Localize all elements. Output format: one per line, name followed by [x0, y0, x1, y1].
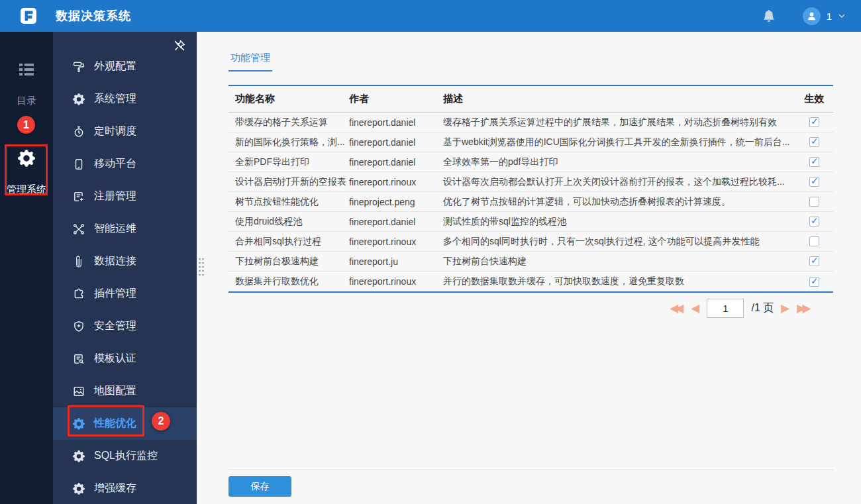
register-icon: [73, 191, 85, 203]
paint-roller-icon: [73, 61, 85, 73]
sidebar-item[interactable]: 移动平台: [53, 148, 197, 180]
person-icon: [806, 11, 817, 22]
enabled-checkbox[interactable]: [809, 117, 819, 127]
mobile-icon: [73, 158, 85, 170]
sidebar-item[interactable]: 地图配置: [53, 375, 197, 407]
enabled-checkbox[interactable]: [809, 137, 819, 147]
username-label: 1: [827, 11, 832, 22]
description-cell: 设计器每次启动都会默认打开上次关闭设计器前打开的报表，这个加载过程比较耗...: [443, 176, 795, 188]
enabled-cell: [795, 217, 833, 227]
sidebar-item-label: 地图配置: [94, 384, 136, 398]
feature-name-cell: 树节点按钮性能优化: [228, 196, 349, 208]
feature-name-cell: 带缓存的格子关系运算: [228, 117, 349, 128]
enabled-cell: [795, 157, 833, 167]
description-cell: 全球效率第一的pdf导出打印: [443, 156, 795, 168]
unpin-icon[interactable]: [173, 39, 186, 52]
pagination: /1 页: [228, 299, 833, 318]
enabled-checkbox[interactable]: [809, 256, 819, 266]
sidebar-item[interactable]: 安全管理: [53, 310, 197, 342]
enabled-checkbox[interactable]: [809, 277, 819, 287]
column-header: 生效: [795, 93, 833, 105]
enabled-cell: [795, 197, 833, 207]
sidebar-item[interactable]: 模板认证: [53, 342, 197, 375]
description-cell: 优化了树节点按钮的计算逻辑，可以加快动态折叠树报表的计算速度。: [443, 196, 795, 208]
sidebar-item-label: 数据连接: [94, 254, 136, 268]
description-cell: 下拉树前台快速构建: [443, 256, 795, 268]
enabled-checkbox[interactable]: [809, 177, 819, 187]
footer-bar: 保存: [228, 470, 833, 497]
app-body: 目录 管理系统 1 外观配置系统管理定时调度移动平台注册管理智能运维数据连接插件…: [0, 32, 861, 504]
author-cell: finereport.daniel: [349, 157, 443, 168]
sidebar-item-label: 注册管理: [94, 189, 136, 203]
table-row: 使用druid线程池finereport.daniel测试性质的带sql监控的线…: [228, 212, 833, 232]
main-content: 功能管理 功能名称作者描述生效 带缓存的格子关系运算finereport.dan…: [197, 32, 861, 504]
column-header: 描述: [443, 93, 795, 105]
sidebar-item-label: 定时调度: [94, 125, 136, 138]
table-row: 合并相同sql执行过程finereport.rinoux多个相同的sql同时执行…: [228, 232, 833, 252]
enabled-cell: [795, 177, 833, 187]
last-page-button[interactable]: [797, 303, 811, 314]
shield-icon: [73, 321, 85, 332]
sidebar-item[interactable]: 定时调度: [53, 115, 197, 148]
sidebar-item[interactable]: 系统管理: [53, 83, 197, 115]
annotation-badge-2: 2: [152, 412, 170, 430]
feature-name-cell: 全新PDF导出打印: [228, 156, 349, 168]
sidebar-item[interactable]: 智能运维: [53, 213, 197, 245]
sidebar-item[interactable]: 外观配置: [53, 50, 197, 83]
column-header: 功能名称: [228, 93, 349, 105]
save-button[interactable]: 保存: [228, 476, 291, 497]
table-body: 带缓存的格子关系运算finereport.daniel缓存格子扩展关系运算过程中…: [228, 113, 833, 291]
table-row: 带缓存的格子关系运算finereport.daniel缓存格子扩展关系运算过程中…: [228, 113, 833, 132]
app-title: 数据决策系统: [56, 8, 131, 24]
enabled-checkbox[interactable]: [809, 197, 819, 207]
enabled-checkbox[interactable]: [809, 157, 819, 167]
sidebar-item-label: 插件管理: [94, 287, 136, 301]
description-cell: 基于webkit浏览器使用的ICU国际化分词换行工具开发的全新换行插件，统一前后…: [443, 136, 795, 148]
annotation-badge-1: 1: [17, 116, 35, 134]
sidebar-item[interactable]: 数据连接: [53, 245, 197, 277]
sidebar-item[interactable]: 注册管理: [53, 180, 197, 213]
feature-table: 功能名称作者描述生效 带缓存的格子关系运算finereport.daniel缓存…: [228, 85, 833, 293]
gear-icon: [73, 450, 85, 462]
annotation-box-2: [68, 405, 144, 436]
certificate-icon: [73, 353, 85, 365]
chevron-down-icon[interactable]: [837, 11, 846, 21]
enabled-checkbox[interactable]: [809, 236, 819, 246]
gear-icon: [73, 93, 85, 105]
author-cell: finereport.rinoux: [349, 236, 443, 247]
user-avatar[interactable]: [803, 7, 821, 25]
app-logo-icon[interactable]: [20, 7, 37, 25]
author-cell: finereport.daniel: [349, 137, 443, 148]
feature-name-cell: 下拉树前台极速构建: [228, 256, 349, 268]
author-cell: fineproject.peng: [349, 197, 443, 207]
rail-item-directory[interactable]: 目录: [0, 61, 53, 107]
sidebar-item[interactable]: SQL执行监控: [53, 440, 197, 472]
sidebar-item-label: 智能运维: [94, 222, 136, 236]
enabled-cell: [795, 256, 833, 266]
sidebar-item[interactable]: 增强缓存: [53, 472, 197, 504]
sidebar-item-label: 系统管理: [94, 92, 136, 106]
feature-name-cell: 使用druid线程池: [228, 216, 349, 228]
link-icon: [73, 256, 85, 268]
header-right: 1: [763, 7, 846, 25]
next-page-button[interactable]: [781, 303, 789, 314]
sidebar-item[interactable]: 插件管理: [53, 277, 197, 310]
sidebar-item-label: 安全管理: [94, 319, 136, 333]
column-header: 作者: [349, 93, 443, 105]
table-row: 设计器启动打开新的空报表finereport.rinoux设计器每次启动都会默认…: [228, 172, 833, 192]
tab-feature-management[interactable]: 功能管理: [228, 52, 272, 72]
page-input[interactable]: [707, 299, 744, 318]
author-cell: finereport.daniel: [349, 117, 443, 128]
enabled-cell: [795, 117, 833, 127]
enabled-cell: [795, 277, 833, 287]
prev-page-button[interactable]: [691, 303, 699, 314]
feature-name-cell: 新的国际化换行策略，浏...: [228, 136, 349, 148]
panel-resize-handle[interactable]: [198, 257, 205, 276]
first-page-button[interactable]: [670, 303, 684, 314]
notification-bell-icon[interactable]: [763, 10, 775, 22]
gear-icon: [73, 483, 85, 495]
feature-name-cell: 数据集并行取数优化: [228, 276, 349, 287]
author-cell: finereport.rinoux: [349, 177, 443, 187]
enabled-checkbox[interactable]: [809, 217, 819, 227]
primary-nav-rail: 目录 管理系统 1: [0, 32, 53, 504]
